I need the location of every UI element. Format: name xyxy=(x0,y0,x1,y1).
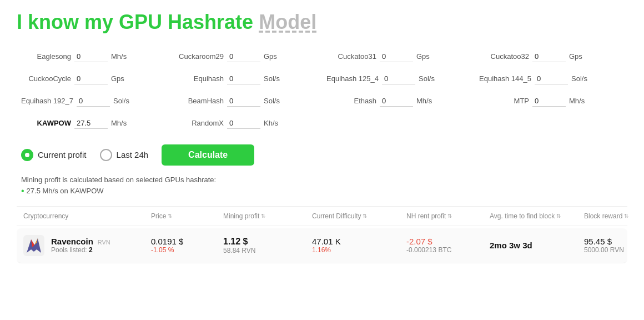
hashrate-mtp: MTP Mh/s xyxy=(475,93,627,109)
cuckatoo32-input[interactable] xyxy=(532,51,566,62)
price-cell: 0.0191 $ -1.05 % xyxy=(151,237,223,254)
cuckatoo31-label: Cuckatoo31 xyxy=(326,52,376,61)
table-row[interactable]: Ravencoin RVN Pools listed: 2 0.0191 $ -… xyxy=(17,228,627,263)
profit-value: 1.12 $ xyxy=(223,237,312,247)
coin-name-block: Ravencoin RVN Pools listed: 2 xyxy=(51,237,110,254)
cuckaroom29-input[interactable] xyxy=(227,51,260,62)
beamhash-input[interactable] xyxy=(227,96,260,107)
reward-sort-icon: ⇅ xyxy=(624,213,628,219)
th-block-reward[interactable]: Block reward ⇅ xyxy=(584,212,644,220)
eaglesong-unit: Mh/s xyxy=(111,52,127,61)
equihash-144-input[interactable] xyxy=(535,73,568,84)
time-sort-icon: ⇅ xyxy=(556,213,561,219)
last-24h-radio[interactable]: Last 24h xyxy=(100,149,149,161)
equihash-unit: Sol/s xyxy=(264,74,280,83)
reward-value: 95.45 $ xyxy=(584,237,644,246)
equihash-192-input[interactable] xyxy=(77,96,110,107)
cuckoo-cycle-input[interactable] xyxy=(74,73,108,84)
equihash-144-unit: Sol/s xyxy=(571,74,587,83)
cuckoo-cycle-label: CuckooCycle xyxy=(21,74,71,83)
hashrate-randomx: RandomX Kh/s xyxy=(169,116,322,131)
coin-name-row: Ravencoin RVN xyxy=(51,237,110,246)
difficulty-sort-icon: ⇅ xyxy=(363,213,367,219)
current-profit-radio[interactable]: Current profit xyxy=(21,149,87,161)
cuckaroom29-unit: Gps xyxy=(264,52,277,61)
current-profit-radio-circle xyxy=(21,149,33,161)
ethash-label: Ethash xyxy=(326,97,376,105)
equihash-125-unit: Sol/s xyxy=(419,74,435,83)
bullet-icon: • xyxy=(21,186,24,196)
reward-sub: 5000.00 RVN xyxy=(584,246,644,254)
info-description: Mining profit is calculated based on sel… xyxy=(21,176,627,184)
th-current-difficulty[interactable]: Current Difficulty ⇅ xyxy=(312,212,406,220)
info-detail: • 27.5 Mh/s on KAWPOW xyxy=(21,186,627,196)
profit-controls: Current profit Last 24h Calculate xyxy=(17,144,627,166)
kawpow-label: KAWPOW xyxy=(21,119,71,127)
hashrate-ethash: Ethash Mh/s xyxy=(322,93,475,109)
mtp-input[interactable] xyxy=(532,96,566,107)
info-section: Mining profit is calculated based on sel… xyxy=(17,176,627,196)
cuckatoo32-label: Cuckatoo32 xyxy=(479,52,529,61)
hashrate-detail-text: 27.5 Mh/s on KAWPOW xyxy=(27,187,104,195)
th-avg-time[interactable]: Avg. time to find block ⇅ xyxy=(490,212,584,220)
hashrate-equihash-144: Equihash 144_5 Sol/s xyxy=(475,71,627,87)
randomx-input[interactable] xyxy=(227,118,260,129)
price-change: -1.05 % xyxy=(151,246,223,254)
beamhash-unit: Sol/s xyxy=(264,97,280,105)
cuckatoo31-input[interactable] xyxy=(380,51,413,62)
price-sort-icon: ⇅ xyxy=(168,213,172,219)
equihash-192-label: Equihash 192_7 xyxy=(21,97,73,105)
results-table: Cryptocurrency Price ⇅ Mining profit ⇅ C… xyxy=(17,206,627,263)
ethash-input[interactable] xyxy=(380,96,413,107)
equihash-125-label: Equihash 125_4 xyxy=(326,74,379,83)
page-title: I know my GPU Hashrate Model xyxy=(17,11,627,33)
th-mining-profit[interactable]: Mining profit ⇅ xyxy=(223,212,312,220)
cuckaroom29-label: Cuckaroom29 xyxy=(174,52,224,61)
coin-ticker: RVN xyxy=(98,239,110,246)
hashrate-beamhash: BeamHash Sol/s xyxy=(169,93,322,109)
eaglesong-label: Eaglesong xyxy=(21,52,71,61)
difficulty-value: 47.01 K xyxy=(312,237,406,246)
price-value: 0.0191 $ xyxy=(151,237,223,246)
hashrate-eaglesong: Eaglesong Mh/s xyxy=(17,49,169,64)
kawpow-unit: Mh/s xyxy=(111,119,127,127)
equihash-input[interactable] xyxy=(227,73,260,84)
hashrate-equihash: Equihash Sol/s xyxy=(169,71,322,87)
last-24h-label: Last 24h xyxy=(117,150,149,159)
equihash-144-label: Equihash 144_5 xyxy=(479,74,531,83)
title-gray-part: Model xyxy=(259,11,316,33)
equihash-125-input[interactable] xyxy=(382,73,415,84)
coin-pools: Pools listed: 2 xyxy=(51,246,110,254)
ravencoin-icon xyxy=(23,235,44,256)
calculate-button[interactable]: Calculate xyxy=(162,144,254,166)
cuckatoo32-unit: Gps xyxy=(569,52,582,61)
cuckatoo31-unit: Gps xyxy=(416,52,430,61)
equihash-label: Equihash xyxy=(174,74,224,83)
nh-sub: -0.000213 BTC xyxy=(406,246,490,254)
th-cryptocurrency: Cryptocurrency xyxy=(23,212,151,220)
equihash-192-unit: Sol/s xyxy=(113,97,129,105)
difficulty-cell: 47.01 K 1.16% xyxy=(312,237,406,254)
hashrate-cuckatoo31: Cuckatoo31 Gps xyxy=(322,49,475,64)
cuckoo-cycle-unit: Gps xyxy=(111,74,124,83)
randomx-label: RandomX xyxy=(174,119,224,127)
th-price[interactable]: Price ⇅ xyxy=(151,212,223,220)
hashrate-grid: Eaglesong Mh/s Cuckaroom29 Gps Cuckatoo3… xyxy=(17,49,627,131)
reward-cell: 95.45 $ 5000.00 RVN xyxy=(584,237,644,254)
kawpow-input[interactable] xyxy=(74,118,108,129)
th-nh-rent-profit[interactable]: NH rent profit ⇅ xyxy=(406,212,490,220)
hashrate-cuckaroom29: Cuckaroom29 Gps xyxy=(169,49,322,64)
nh-value: -2.07 $ xyxy=(406,237,490,246)
mtp-label: MTP xyxy=(479,97,529,105)
title-green-part: I know my GPU Hashrate xyxy=(17,11,253,33)
eaglesong-input[interactable] xyxy=(74,51,108,62)
hashrate-equihash-192: Equihash 192_7 Sol/s xyxy=(17,93,169,109)
coin-name: Ravencoin xyxy=(51,237,93,246)
hashrate-equihash-125: Equihash 125_4 Sol/s xyxy=(322,71,475,87)
table-header: Cryptocurrency Price ⇅ Mining profit ⇅ C… xyxy=(17,207,627,226)
hashrate-cuckatoo32: Cuckatoo32 Gps xyxy=(475,49,627,64)
current-profit-label: Current profit xyxy=(38,150,87,159)
nh-sort-icon: ⇅ xyxy=(447,213,452,219)
beamhash-label: BeamHash xyxy=(174,97,224,105)
randomx-unit: Kh/s xyxy=(264,119,278,127)
